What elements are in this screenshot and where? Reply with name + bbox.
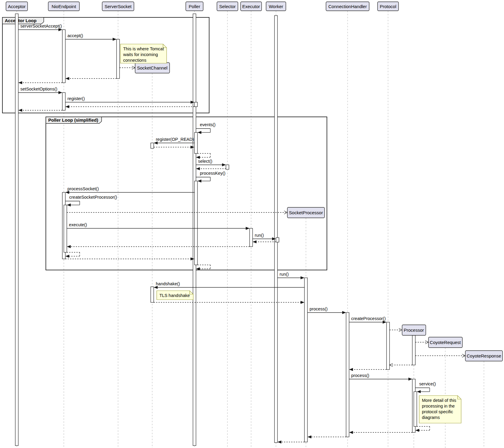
create-message <box>415 354 465 358</box>
label: ServerSocket <box>105 4 132 9</box>
label: serverSocketAccept() <box>20 24 62 28</box>
message-run: run() <box>253 233 276 240</box>
message-execute: execute() <box>67 222 250 230</box>
activation-nioendpoint-accept <box>62 30 65 83</box>
return-message <box>307 435 346 438</box>
self-return-message <box>196 153 210 159</box>
label: processing in the <box>422 404 455 408</box>
activation-worker-main <box>274 16 277 443</box>
label: register() <box>67 96 85 101</box>
label: CoyoteRequest <box>430 340 461 345</box>
return-message <box>18 81 62 84</box>
create-message <box>390 328 402 332</box>
message-createprocessor: createProcessor() <box>349 316 387 324</box>
label: This is where Tomcat <box>123 46 164 51</box>
message-serversocketaccept: serverSocketAccept() <box>18 24 62 31</box>
label: protocol specific <box>422 409 453 414</box>
self-return-message <box>65 252 80 258</box>
message-handshake: handshake() <box>154 281 304 289</box>
activation-selector-select <box>226 165 229 169</box>
label: run() <box>280 272 289 277</box>
activation-poller-register-nested <box>194 102 197 107</box>
participant-selector: Selector <box>217 2 238 11</box>
activation-acceptor-main <box>15 14 18 446</box>
label: Processor <box>404 328 424 333</box>
participants: AcceptorNioEndpointServerSocketPollerSel… <box>6 2 503 361</box>
label: Selector <box>219 4 236 9</box>
self-messages: events()processKey()createSocketProcesso… <box>65 122 436 432</box>
activation-connectionhandler-process <box>346 313 349 437</box>
note-accept-wait: This is where Tomcatwaits for incomingco… <box>120 44 167 63</box>
label: run() <box>255 233 264 238</box>
label: Protocol <box>380 4 396 9</box>
label: diagrams <box>422 415 440 420</box>
participant-executor: Executor <box>241 2 262 11</box>
return-message <box>154 301 304 304</box>
label: events() <box>200 122 215 127</box>
label: connections <box>123 58 146 63</box>
messages: serverSocketAccept()accept()setSocketOpt… <box>18 24 465 444</box>
label: processKey() <box>200 171 225 176</box>
activation-socketchannel-handshake <box>151 287 154 302</box>
label: select() <box>198 159 212 164</box>
activation-serversocket-accept <box>117 39 120 79</box>
return-message <box>196 167 226 170</box>
label: Acceptor <box>8 4 25 9</box>
participant-worker: Worker <box>266 2 286 11</box>
label: TLS handshake <box>159 293 190 298</box>
return-message <box>349 368 387 371</box>
participant-poller: Poller <box>186 2 203 11</box>
label: handshake() <box>156 281 180 286</box>
notes: This is where Tomcatwaits for incomingco… <box>120 44 461 423</box>
activation-socketprocessor-run <box>304 278 307 442</box>
message-processsocket: processSocket() <box>65 186 194 194</box>
participant-nioendpoint: NioEndpoint <box>48 2 79 11</box>
message-register-op-read: register(OP_READ) <box>154 137 194 144</box>
label: service() <box>419 381 436 386</box>
create-message <box>120 66 135 70</box>
message-process: process() <box>349 373 412 381</box>
label: execute() <box>69 222 87 227</box>
label: ConnectionHandler <box>328 4 367 9</box>
participant-serversocket: ServerSocket <box>102 2 134 11</box>
self-message-events: events() <box>196 122 215 134</box>
create-message <box>67 211 287 214</box>
label: createProcessor() <box>351 316 386 321</box>
activation-nioendpoint-createsp-nested <box>64 205 67 252</box>
label: process() <box>310 307 328 311</box>
self-return-message <box>196 265 210 270</box>
message-process: process() <box>307 307 346 314</box>
create-message <box>390 363 412 367</box>
label: More detail of this <box>422 398 456 403</box>
label: Worker <box>269 4 283 9</box>
activation-nioendpoint-setopts <box>62 93 65 110</box>
label: CoyoteResponse <box>467 353 501 358</box>
participant-socketchannel: SocketChannel <box>135 63 170 73</box>
label: process() <box>351 373 369 378</box>
note-protocol-detail: More detail of thisprocessing in theprot… <box>419 396 461 423</box>
frame-acceptor-loop: Acceptor Loop <box>2 17 209 113</box>
sequence-diagram: Acceptor LoopPoller Loop (simplified)ser… <box>0 0 504 448</box>
sequence-diagram-canvas: Acceptor LoopPoller Loop (simplified)ser… <box>0 0 504 448</box>
message-select: select() <box>196 159 226 166</box>
self-return-message <box>415 426 430 432</box>
activation-executor-execute <box>250 228 253 247</box>
participant-protocol: Protocol <box>378 2 399 11</box>
message-run: run() <box>277 272 304 279</box>
self-message-createsocketprocessor: createSocketProcessor() <box>65 195 117 206</box>
label: SocketChannel <box>137 65 168 70</box>
create-message <box>415 341 428 344</box>
label: Poller <box>189 4 200 9</box>
label: Poller Loop (simplified) <box>48 117 98 123</box>
message-setsocketoptions: setSocketOptions() <box>18 87 62 94</box>
activation-protocol-createprocessor <box>387 322 390 369</box>
label: register(OP_READ) <box>156 137 194 142</box>
note-tls-handshake: TLS handshake <box>157 291 193 300</box>
label: accept() <box>67 33 83 38</box>
participant-connectionhandler: ConnectionHandler <box>326 2 369 11</box>
self-message-service: service() <box>415 381 436 393</box>
label: setSocketOptions() <box>20 87 57 91</box>
return-message <box>65 257 194 260</box>
participant-coyoterequest: CoyoteRequest <box>428 337 462 348</box>
label: Acceptor Loop <box>5 18 37 23</box>
